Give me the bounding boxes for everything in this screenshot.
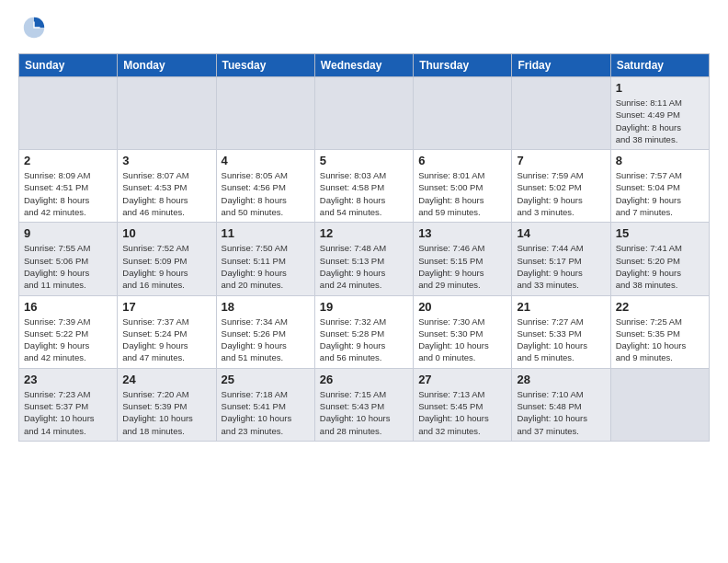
day-info: Sunrise: 8:09 AM Sunset: 4:51 PM Dayligh… [24,169,112,218]
calendar-table: SundayMondayTuesdayWednesdayThursdayFrid… [18,53,710,442]
day-info: Sunrise: 8:03 AM Sunset: 4:58 PM Dayligh… [320,169,408,218]
day-number: 13 [418,226,506,240]
calendar-cell: 10Sunrise: 7:52 AM Sunset: 5:09 PM Dayli… [118,223,216,295]
day-number: 14 [517,226,605,240]
day-number: 27 [418,373,506,386]
weekday-header-row: SundayMondayTuesdayWednesdayThursdayFrid… [19,54,710,77]
calendar-cell: 26Sunrise: 7:15 AM Sunset: 5:43 PM Dayli… [314,368,413,441]
calendar-cell: 18Sunrise: 7:34 AM Sunset: 5:26 PM Dayli… [216,295,314,368]
calendar-cell: 24Sunrise: 7:20 AM Sunset: 5:39 PM Dayli… [118,368,216,441]
calendar-cell: 7Sunrise: 7:59 AM Sunset: 5:02 PM Daylig… [512,150,610,223]
calendar-cell [314,77,413,150]
day-info: Sunrise: 7:20 AM Sunset: 5:39 PM Dayligh… [122,388,210,437]
calendar-cell: 6Sunrise: 8:01 AM Sunset: 5:00 PM Daylig… [414,150,512,223]
calendar-cell [216,77,314,150]
weekday-header-wednesday: Wednesday [314,54,413,77]
logo-icon [21,15,47,40]
calendar-cell: 9Sunrise: 7:55 AM Sunset: 5:06 PM Daylig… [19,223,118,295]
day-number: 22 [616,300,704,314]
day-info: Sunrise: 7:18 AM Sunset: 5:41 PM Dayligh… [222,388,310,437]
calendar-cell: 4Sunrise: 8:05 AM Sunset: 4:56 PM Daylig… [216,150,314,223]
day-info: Sunrise: 7:59 AM Sunset: 5:02 PM Dayligh… [517,169,605,218]
weekday-header-thursday: Thursday [414,54,512,77]
calendar-cell: 20Sunrise: 7:30 AM Sunset: 5:30 PM Dayli… [414,295,512,368]
logo [18,15,47,44]
day-number: 11 [222,226,310,240]
day-number: 24 [122,373,210,386]
day-number: 3 [122,154,210,167]
day-info: Sunrise: 8:11 AM Sunset: 4:49 PM Dayligh… [616,97,704,145]
calendar-row-1: 2Sunrise: 8:09 AM Sunset: 4:51 PM Daylig… [19,150,710,223]
day-number: 26 [320,373,408,386]
weekday-header-saturday: Saturday [610,54,709,77]
day-info: Sunrise: 7:57 AM Sunset: 5:04 PM Dayligh… [616,169,704,218]
day-number: 17 [122,300,210,314]
day-info: Sunrise: 7:50 AM Sunset: 5:11 PM Dayligh… [222,242,310,291]
day-number: 15 [616,226,704,240]
calendar-cell: 28Sunrise: 7:10 AM Sunset: 5:48 PM Dayli… [512,368,610,441]
day-number: 19 [320,300,408,314]
calendar-cell: 3Sunrise: 8:07 AM Sunset: 4:53 PM Daylig… [118,150,216,223]
weekday-header-sunday: Sunday [19,54,118,77]
page: SundayMondayTuesdayWednesdayThursdayFrid… [0,0,728,563]
calendar-cell: 15Sunrise: 7:41 AM Sunset: 5:20 PM Dayli… [610,223,709,295]
day-number: 9 [24,226,112,240]
day-number: 12 [320,226,408,240]
day-info: Sunrise: 7:27 AM Sunset: 5:33 PM Dayligh… [517,316,605,364]
day-info: Sunrise: 7:41 AM Sunset: 5:20 PM Dayligh… [616,242,704,291]
day-number: 20 [418,300,506,314]
weekday-header-tuesday: Tuesday [216,54,314,77]
day-info: Sunrise: 7:39 AM Sunset: 5:22 PM Dayligh… [24,316,112,364]
calendar-cell: 11Sunrise: 7:50 AM Sunset: 5:11 PM Dayli… [216,223,314,295]
calendar-cell: 1Sunrise: 8:11 AM Sunset: 4:49 PM Daylig… [610,77,709,150]
calendar-cell: 25Sunrise: 7:18 AM Sunset: 5:41 PM Dayli… [216,368,314,441]
day-info: Sunrise: 8:05 AM Sunset: 4:56 PM Dayligh… [222,169,310,218]
day-info: Sunrise: 7:13 AM Sunset: 5:45 PM Dayligh… [418,388,506,437]
day-number: 8 [616,154,704,167]
calendar-row-3: 16Sunrise: 7:39 AM Sunset: 5:22 PM Dayli… [19,295,710,368]
calendar-cell: 5Sunrise: 8:03 AM Sunset: 4:58 PM Daylig… [314,150,413,223]
calendar-row-2: 9Sunrise: 7:55 AM Sunset: 5:06 PM Daylig… [19,223,710,295]
day-info: Sunrise: 7:34 AM Sunset: 5:26 PM Dayligh… [222,316,310,364]
calendar-cell [414,77,512,150]
day-number: 6 [418,154,506,167]
day-number: 23 [24,373,112,386]
calendar-cell: 23Sunrise: 7:23 AM Sunset: 5:37 PM Dayli… [19,368,118,441]
day-number: 21 [517,300,605,314]
calendar-cell: 22Sunrise: 7:25 AM Sunset: 5:35 PM Dayli… [610,295,709,368]
day-number: 25 [222,373,310,386]
calendar-row-0: 1Sunrise: 8:11 AM Sunset: 4:49 PM Daylig… [19,77,710,150]
calendar-cell: 17Sunrise: 7:37 AM Sunset: 5:24 PM Dayli… [118,295,216,368]
day-info: Sunrise: 7:25 AM Sunset: 5:35 PM Dayligh… [616,316,704,364]
day-info: Sunrise: 7:30 AM Sunset: 5:30 PM Dayligh… [418,316,506,364]
day-number: 5 [320,154,408,167]
weekday-header-friday: Friday [512,54,610,77]
day-info: Sunrise: 7:44 AM Sunset: 5:17 PM Dayligh… [517,242,605,291]
day-info: Sunrise: 7:32 AM Sunset: 5:28 PM Dayligh… [320,316,408,364]
day-number: 2 [24,154,112,167]
calendar-cell: 2Sunrise: 8:09 AM Sunset: 4:51 PM Daylig… [19,150,118,223]
weekday-header-monday: Monday [118,54,216,77]
header [18,15,710,44]
calendar-cell: 19Sunrise: 7:32 AM Sunset: 5:28 PM Dayli… [314,295,413,368]
day-number: 10 [122,226,210,240]
day-info: Sunrise: 8:07 AM Sunset: 4:53 PM Dayligh… [122,169,210,218]
day-info: Sunrise: 7:15 AM Sunset: 5:43 PM Dayligh… [320,388,408,437]
calendar-cell: 8Sunrise: 7:57 AM Sunset: 5:04 PM Daylig… [610,150,709,223]
day-number: 16 [24,300,112,314]
calendar-cell: 13Sunrise: 7:46 AM Sunset: 5:15 PM Dayli… [414,223,512,295]
calendar-cell: 21Sunrise: 7:27 AM Sunset: 5:33 PM Dayli… [512,295,610,368]
day-number: 1 [616,81,704,95]
calendar-cell [512,77,610,150]
calendar-cell: 16Sunrise: 7:39 AM Sunset: 5:22 PM Dayli… [19,295,118,368]
day-number: 4 [222,154,310,167]
day-number: 18 [222,300,310,314]
day-info: Sunrise: 7:48 AM Sunset: 5:13 PM Dayligh… [320,242,408,291]
calendar-cell [19,77,118,150]
calendar-cell [610,368,709,441]
calendar-row-4: 23Sunrise: 7:23 AM Sunset: 5:37 PM Dayli… [19,368,710,441]
day-info: Sunrise: 7:23 AM Sunset: 5:37 PM Dayligh… [24,388,112,437]
day-info: Sunrise: 7:46 AM Sunset: 5:15 PM Dayligh… [418,242,506,291]
calendar-cell [118,77,216,150]
day-info: Sunrise: 8:01 AM Sunset: 5:00 PM Dayligh… [418,169,506,218]
